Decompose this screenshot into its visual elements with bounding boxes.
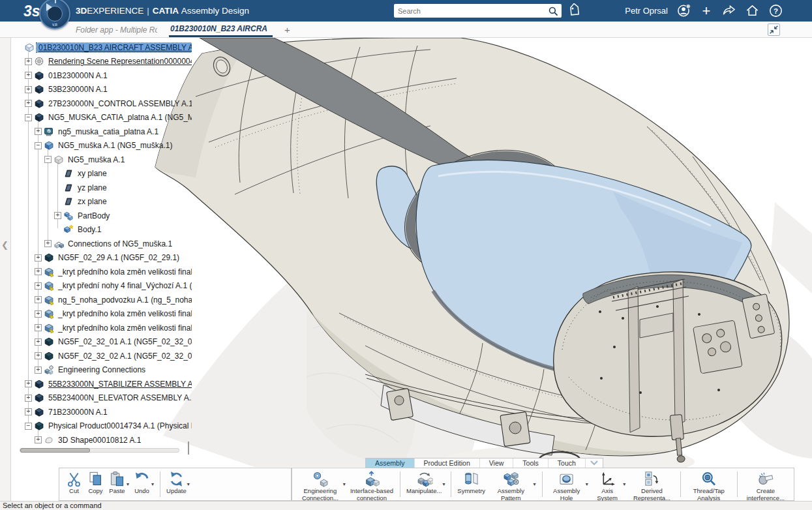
tree-item[interactable]: +_kryt předního kola změn velikosti fina… — [11, 307, 192, 322]
panel-resize-grip[interactable] — [188, 442, 192, 455]
tree-item[interactable]: Body.1 — [11, 223, 192, 237]
tree-item[interactable]: +NG5F_02_32_01 A.1 (NG5F_02_32_01.1) — [11, 335, 192, 350]
tree-expander[interactable]: + — [35, 254, 42, 262]
assembly-pattern-button[interactable]: Assembly Pattern▾ — [487, 469, 537, 500]
tree-horizontal-scrollbar[interactable] — [20, 448, 179, 453]
tree-expander[interactable]: + — [25, 408, 32, 415]
tree-item[interactable]: +NG5F_02_32_02 A.1 (NG5F_02_32_02.1) — [11, 349, 192, 363]
tree-item[interactable]: −NG5_MUSKA_CATIA_platna A.1 (NG5_MUSKA_C — [11, 111, 192, 125]
caret-down-icon[interactable]: ▾ — [623, 481, 625, 487]
cut-button[interactable]: Cut — [63, 469, 85, 500]
action-bar-tab-assembly[interactable]: Assembly — [366, 458, 415, 468]
tree-item[interactable]: +PartBody — [11, 209, 192, 223]
tree-item[interactable]: +ng5_muska_catia_platna A.1 — [11, 125, 192, 139]
compress-window-icon[interactable] — [768, 23, 780, 36]
axis-system-button[interactable]: Axis System▾ — [590, 469, 627, 500]
tree-item[interactable]: +27B230000N_CONTROL ASSEMBLY A.1 — [11, 97, 192, 111]
tree-item[interactable]: +01B230000N A.1 — [11, 68, 192, 83]
tree-item[interactable]: −NG5_muška A.1 — [11, 153, 192, 167]
engineering-connection-button[interactable]: Engineering Connection...▾ — [296, 469, 348, 500]
tree-expander[interactable]: − — [44, 156, 52, 163]
action-bar-tab-view[interactable]: View — [480, 458, 514, 468]
caret-down-icon[interactable]: ▾ — [343, 481, 346, 487]
user-name[interactable]: Petr Oprsal — [625, 6, 668, 16]
tree-expander[interactable]: + — [35, 436, 42, 443]
action-bar-tab-touch[interactable]: Touch — [549, 458, 586, 468]
tree-item[interactable]: +Connections of NG5_muška.1 — [11, 237, 192, 251]
copy-button[interactable]: Copy — [85, 469, 106, 500]
update-button[interactable]: Update▾ — [164, 469, 192, 500]
create-interference-button[interactable]: Create interference... — [742, 469, 790, 500]
tab-folder-app[interactable]: Folder app - Multiple Root F — [76, 25, 157, 35]
tree-expander[interactable]: + — [35, 310, 42, 318]
tree-expander[interactable]: + — [25, 100, 32, 107]
action-bar-tab-product-edition[interactable]: Product Edition — [415, 458, 480, 468]
caret-down-icon[interactable]: ▾ — [187, 481, 190, 487]
tree-expander[interactable]: − — [25, 114, 32, 121]
tree-item[interactable]: yz plane — [11, 181, 192, 195]
collapse-tree-chevron-icon[interactable]: ❮ — [1, 240, 8, 250]
tree-expander[interactable]: + — [25, 86, 32, 93]
tree-expander[interactable]: + — [35, 128, 42, 135]
tree-expander[interactable]: − — [35, 142, 42, 149]
symmetry-button[interactable]: Symmetry — [455, 469, 487, 500]
caret-down-icon[interactable]: ▾ — [151, 481, 154, 487]
user-avatar-icon[interactable] — [676, 3, 691, 18]
tree-expander[interactable]: + — [25, 380, 32, 387]
tree-item[interactable]: +ng_5_noha_podvozku A.1 (ng_5_noha_podvo — [11, 293, 192, 307]
tab-aircraft-assembly[interactable]: 01B230010N_B23 AIRCRA — [169, 23, 273, 37]
tree-expander[interactable]: + — [25, 72, 32, 79]
tree-expander[interactable]: + — [35, 282, 42, 290]
help-icon[interactable]: ? — [768, 3, 783, 18]
thread-tap-analysis-button[interactable]: Thread/Tap Analysis — [685, 469, 733, 500]
tree-item[interactable]: 01B230010N_B23 AIRCRAFT ASSEMBLY A.1 — [11, 40, 192, 55]
share-icon[interactable] — [721, 3, 736, 18]
tree-expander[interactable]: + — [35, 352, 42, 359]
compass-button[interactable]: V.R — [39, 0, 70, 29]
tree-expander[interactable]: − — [25, 423, 32, 430]
more-tabs-chevron-icon[interactable] — [586, 458, 603, 468]
caret-down-icon[interactable]: ▾ — [127, 481, 129, 487]
add-content-icon[interactable]: + — [700, 3, 713, 18]
new-tab-button[interactable]: + — [284, 24, 290, 35]
tree-item[interactable]: zx plane — [11, 195, 192, 209]
tree-item[interactable]: +3D Shape00010812 A.1 — [11, 433, 192, 447]
scrollbar-thumb[interactable] — [20, 448, 90, 453]
tree-item[interactable]: −Physical Product00014734 A.1 (Physical … — [11, 419, 192, 434]
tag-icon[interactable] — [567, 3, 582, 19]
interface-based-connection-button[interactable]: Interface-based connection — [348, 469, 396, 500]
tree-item[interactable]: xy plane — [11, 167, 192, 181]
tree-item[interactable]: +NG5F_02_29 A.1 (NG5F_02_29.1) — [11, 251, 192, 265]
3d-viewport[interactable]: ❮ 01B230010N_B23 AIRCRAFT ASSEMBLY A.1+R… — [0, 38, 812, 501]
tree-item[interactable]: +55B233000N_STABILIZER ASSEMBLY A.1 (55B… — [11, 377, 192, 391]
tree-item[interactable]: +_kryt přední nohy 4 final_Výchozí A.1 (… — [11, 279, 192, 293]
tree-item[interactable]: +_kryt předního kola změn velikosti fina… — [11, 265, 192, 279]
tree-expander[interactable]: + — [35, 268, 42, 275]
tree-expander[interactable]: + — [35, 367, 42, 374]
caret-down-icon[interactable]: ▾ — [442, 481, 445, 487]
tree-item[interactable]: +_kryt předního kola změn velikosti fina… — [11, 321, 192, 335]
action-bar-tab-tools[interactable]: Tools — [513, 458, 549, 468]
search-box[interactable] — [394, 4, 562, 18]
tree-expander[interactable]: + — [35, 296, 42, 303]
caret-down-icon[interactable]: ▾ — [586, 481, 588, 487]
tree-item[interactable]: −NG5_muška A.1 (NG5_muška.1) — [11, 139, 192, 153]
tree-expander[interactable]: + — [35, 338, 42, 346]
manipulate-button[interactable]: Manipulate...▾ — [404, 469, 447, 500]
tree-item[interactable]: +53B230000N A.1 — [11, 83, 192, 97]
tree-expander[interactable]: + — [25, 58, 32, 65]
tree-expander[interactable]: + — [54, 212, 61, 219]
tree-item[interactable]: +55B234000N_ELEVATOR ASSEMBLY A.1 (55B23 — [11, 391, 192, 406]
caret-down-icon[interactable]: ▾ — [534, 481, 536, 487]
tree-expander[interactable]: + — [44, 240, 52, 247]
paste-button[interactable]: Paste▾ — [106, 469, 131, 500]
tree-item[interactable]: +Engineering Connections — [11, 363, 192, 378]
home-icon[interactable] — [745, 3, 760, 18]
tree-item[interactable]: +Rendering Scene Representation00000041 … — [11, 55, 192, 69]
assembly-hole-button[interactable]: Assembly Hole▾ — [546, 469, 590, 500]
derived-representation-button[interactable]: Derived Representa... — [627, 469, 676, 500]
search-input[interactable] — [394, 7, 548, 15]
tree-expander[interactable]: + — [35, 324, 42, 331]
undo-button[interactable]: Undo▾ — [131, 469, 156, 500]
tree-item[interactable]: +71B230000N A.1 — [11, 405, 192, 419]
